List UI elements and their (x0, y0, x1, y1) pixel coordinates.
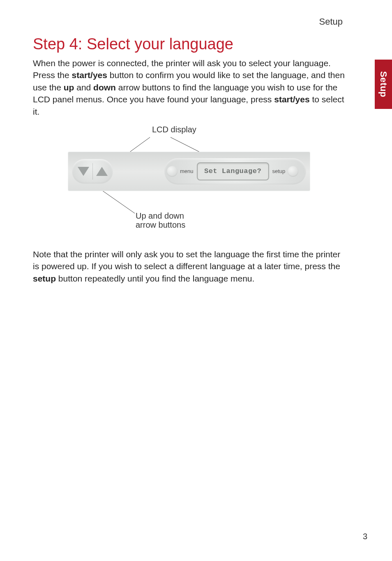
bold-start-yes-2: start/yes (274, 95, 309, 104)
lcd-cluster: menu Set Language? setup (164, 158, 306, 185)
instruction-paragraph-2: Note that the printer will only ask you … (33, 248, 345, 284)
text: Up and down (136, 211, 184, 220)
svg-line-0 (127, 137, 150, 154)
divider (92, 163, 93, 180)
header-section: Setup (33, 16, 367, 27)
text: Note that the printer will only ask you … (33, 249, 340, 271)
side-tab-setup: Setup (375, 60, 392, 109)
page-number: 3 (363, 532, 367, 541)
bold-setup: setup (33, 274, 56, 283)
text: arrow buttons (136, 220, 185, 229)
text: button repeatedly until you find the lan… (56, 274, 254, 283)
lcd-screen: Set Language? (197, 162, 269, 180)
up-arrow-icon (96, 167, 108, 176)
arrow-button-cluster (72, 159, 113, 184)
setup-button-icon (288, 166, 298, 177)
callout-arrow-buttons: Up and down arrow buttons (136, 211, 185, 229)
page-title: Step 4: Select your language (33, 35, 367, 53)
printer-panel-diagram: LCD display Up and down arrow buttons me… (33, 125, 345, 236)
instruction-paragraph-1: When the power is connected, the printer… (33, 57, 345, 118)
printer-control-panel: menu Set Language? setup (68, 152, 310, 191)
menu-button-icon (167, 166, 178, 177)
down-arrow-icon (78, 167, 89, 176)
bold-up: up (64, 83, 74, 92)
callout-lcd-display: LCD display (152, 125, 196, 134)
bold-start-yes: start/yes (72, 70, 107, 80)
side-tab-label: Setup (378, 71, 389, 97)
bold-down: down (93, 83, 116, 92)
setup-button-label: setup (272, 168, 286, 174)
text: and (74, 83, 93, 92)
menu-button-label: menu (180, 168, 194, 174)
